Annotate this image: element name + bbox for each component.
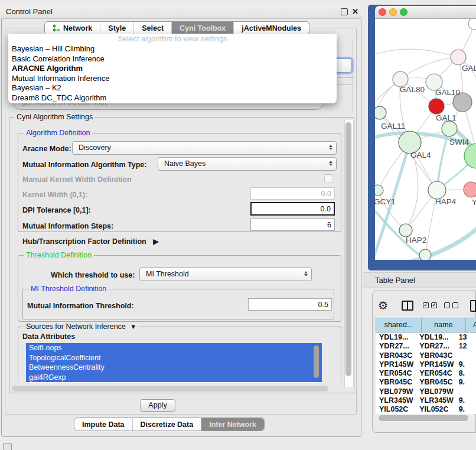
column-header-shared-name[interactable]: shared... <box>376 318 422 332</box>
column-header-name[interactable]: name <box>421 318 466 332</box>
dropdown-item-basic-correlation[interactable]: Basic Correlation Inference <box>8 54 337 64</box>
tab-style[interactable]: Style <box>100 22 133 34</box>
settings-group-title: Cyni Algorithm Settings <box>14 113 95 121</box>
close-panel-icon[interactable]: ✕ <box>352 8 358 15</box>
bottom-tabs: Impute Data Discretize Data Infer Networ… <box>74 418 265 431</box>
groupbox-border-remnant <box>353 41 353 111</box>
which-threshold-label: Which threshold to use: <box>51 271 135 279</box>
node-swi4[interactable] <box>464 144 476 168</box>
list-item-gal4rgexp[interactable]: gal4RGexp <box>26 373 322 383</box>
control-panel-tabs: Network Style Select Cyni Toolbox jActiv… <box>44 21 309 35</box>
tab-cyni-toolbox[interactable]: Cyni Toolbox <box>171 22 233 34</box>
node-hap4[interactable] <box>428 181 446 199</box>
kernel-width-input[interactable]: 0.0 <box>250 187 335 200</box>
table-row[interactable]: YBR045CYBR045C9. <box>376 378 476 387</box>
dpi-tolerance-label: DPI Tolerance [0,1]: <box>22 206 91 214</box>
table-row[interactable]: YDR27...YDR27...12 <box>376 342 476 351</box>
aracne-mode-label: Aracne Mode: <box>22 145 71 153</box>
column-header-partial[interactable]: A <box>465 318 476 332</box>
zoom-window-icon[interactable] <box>400 8 407 16</box>
tab-select[interactable]: Select <box>133 22 171 34</box>
stepper-arrows-icon <box>329 160 332 167</box>
table-row[interactable]: YBL079WYBL079W <box>376 387 476 396</box>
mi-type-label: Mutual Information Algorithm Type: <box>22 161 146 169</box>
hub-definition-toggle[interactable]: Hub/Transcription Factor Definition ▶ <box>22 237 158 246</box>
list-scrollbar-thumb[interactable] <box>314 345 319 378</box>
node-label-hap2: HAP2 <box>406 236 426 244</box>
node-salmon[interactable] <box>464 182 476 197</box>
dropdown-item-bayesian-hill[interactable]: Bayesian – Hill Climbing <box>8 44 337 54</box>
groupbox-border-remnant <box>338 77 353 78</box>
select-all-checkboxes-icon[interactable]: ✓✓ <box>423 302 437 308</box>
data-attributes-label: Data Attributes <box>22 332 75 341</box>
node-label-gal: GAL <box>462 64 476 73</box>
mi-type-select[interactable]: Naive Bayes <box>158 157 337 171</box>
node-hap2[interactable] <box>399 224 412 237</box>
threshold-definition-title: Threshold Definition <box>24 251 94 259</box>
tab-infer-network[interactable]: Infer Network <box>201 418 264 431</box>
node-gcy1[interactable] <box>375 185 383 195</box>
tab-impute-data[interactable]: Impute Data <box>74 418 132 431</box>
table-row[interactable]: YPR145WYPR145W9. <box>376 360 476 369</box>
table-horizontal-scrollbar-thumb[interactable] <box>379 415 468 421</box>
table-body: YDL19...YDL19...13 YDR27...YDR27...12 YB… <box>376 333 476 414</box>
list-item-selfloops[interactable]: SelfLoops <box>26 343 322 353</box>
which-threshold-select[interactable]: MI Threshold <box>139 268 312 281</box>
dropdown-item-dream8[interactable]: Dream8 DC_TDC Algorithm <box>8 93 337 103</box>
node-label-swi4: SWI4 <box>449 138 469 146</box>
manual-kernel-label: Manual Kernel Width Definition <box>22 175 132 184</box>
close-window-icon[interactable] <box>379 8 386 16</box>
dropdown-item-aracne[interactable]: ARACNE Algorithm <box>8 64 337 74</box>
expanded-arrow-icon: ▼ <box>130 323 136 330</box>
dpi-tolerance-input[interactable]: 0.0 <box>250 202 335 216</box>
manual-kernel-checkbox[interactable] <box>324 174 333 183</box>
stepper-arrows-icon <box>329 144 332 151</box>
table-row[interactable]: YBR043CYBR043C <box>376 351 476 360</box>
node-label-gal11: GAL11 <box>381 122 405 131</box>
network-icon <box>53 24 60 32</box>
node-partial-bottom[interactable] <box>419 249 431 260</box>
table-panel-title: Table Panel <box>375 276 415 285</box>
deselect-all-checkboxes-icon[interactable] <box>444 302 458 308</box>
partial-toolbar-icon[interactable] <box>470 300 476 312</box>
node-unlabeled[interactable] <box>468 19 476 30</box>
node-label-gal1: GAL1 <box>436 113 457 122</box>
columns-icon[interactable] <box>402 301 413 311</box>
node-red[interactable] <box>429 99 444 114</box>
table-row[interactable]: YDL19...YDL19...13 <box>376 333 476 342</box>
list-item-topologicalcoefficient[interactable]: TopologicalCoefficient <box>26 353 322 363</box>
tab-discretize-data[interactable]: Discretize Data <box>132 418 201 431</box>
minimize-window-icon[interactable] <box>389 8 397 16</box>
dropdown-item-bayesian-k2[interactable]: Bayesian – K2 <box>8 83 337 93</box>
list-item-betweennesscentrality[interactable]: BetweennessCentrality <box>26 363 322 373</box>
minimized-panel-icon[interactable] <box>3 443 12 450</box>
table-row[interactable]: YER054CYER054C8. <box>376 369 476 378</box>
tab-jactivemnodules[interactable]: jActiveMNodules <box>233 22 309 34</box>
node-label-gal80: GAL80 <box>400 85 425 94</box>
settings-vertical-scrollbar-thumb[interactable] <box>345 122 351 376</box>
node-gal1[interactable] <box>442 121 457 136</box>
sources-group-title[interactable]: Sources for Network Inference ▼ <box>24 322 139 331</box>
table-row[interactable]: YLR345WYLR345W9. <box>376 396 476 405</box>
node-label-gcy1: GCY1 <box>374 197 396 206</box>
apply-button[interactable]: Apply <box>140 399 175 412</box>
node-label-gal4: GAL4 <box>410 151 431 159</box>
tab-network[interactable]: Network <box>45 22 100 34</box>
dropdown-item-mutual-information[interactable]: Mutual Information Inference <box>8 74 337 84</box>
aracne-mode-select[interactable]: Discovery <box>72 141 337 155</box>
collapsed-arrow-icon: ▶ <box>153 237 158 246</box>
settings-horizontal-scrollbar-thumb[interactable] <box>12 386 328 392</box>
mi-threshold-group-title: MI Threshold Definition <box>28 285 109 293</box>
table-header: shared... name A <box>376 318 476 332</box>
mi-threshold-input[interactable]: 0.5 <box>248 298 332 311</box>
mi-steps-label: Mutual Information Steps: <box>22 222 113 230</box>
node-gal11[interactable] <box>375 106 386 119</box>
node-label-hap4: HAP4 <box>435 197 456 206</box>
mi-steps-input[interactable]: 6 <box>250 219 335 231</box>
screen: Control Panel ✕ Network Style Select Cyn… <box>0 0 476 450</box>
control-panel-titlebar: Control Panel <box>1 5 361 19</box>
table-row[interactable]: YIL052CYIL052C9. <box>376 405 476 414</box>
gear-icon[interactable]: ⚙ <box>378 300 388 311</box>
node-gal-partial[interactable] <box>451 50 466 65</box>
float-panel-icon[interactable] <box>341 8 348 15</box>
